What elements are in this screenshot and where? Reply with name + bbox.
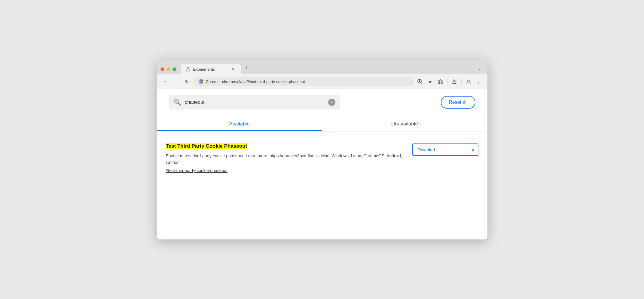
nav-icons: ★ [415,77,483,86]
address-url: chrome://flags/#test-third-party-cookie-… [222,79,408,84]
tab-close-button[interactable]: × [230,66,236,72]
svg-point-16 [468,80,469,82]
flag-select-container: Disabled ∨ [412,143,478,156]
new-tab-button[interactable]: + [243,63,251,74]
profile-button[interactable] [464,77,473,86]
search-clear-button[interactable]: × [328,99,335,106]
chrome-label: Chrome [206,79,220,84]
flag-title: Test Third Party Cookie Phaseout [166,143,247,149]
tabs-container: Available Unavailable [157,116,487,131]
flag-select-button[interactable]: Disabled [412,143,478,156]
menu-button[interactable]: ⋮ [474,77,483,86]
extensions-button[interactable] [436,77,445,86]
flag-link[interactable]: #test-third-party-cookie-phaseout [166,168,406,173]
nav-divider [447,79,447,85]
nav-bar: ← → ↻ [157,74,487,89]
flag-info: Test Third Party Cookie Phaseout Enable … [166,142,406,173]
close-button[interactable] [160,67,164,71]
active-tab[interactable]: Experiments × [181,64,241,74]
reset-all-button[interactable]: Reset all [441,96,475,109]
bookmark-button[interactable]: ★ [426,77,435,86]
flag-item: Test Third Party Cookie Phaseout Enable … [166,137,478,178]
svg-rect-13 [441,82,442,84]
nav-divider-2 [461,79,462,85]
svg-point-5 [200,81,201,82]
browser-window: Experiments × + ⌄ ← → ↻ [157,60,487,239]
experiments-nav-button[interactable] [450,77,459,86]
experiments-icon [185,66,191,72]
tab-title: Experiments [193,67,228,72]
tab-available[interactable]: Available [157,116,322,131]
window-controls [160,67,179,74]
reload-button[interactable]: ↻ [183,77,191,86]
flag-description: Enable to test third-party cookie phaseo… [166,153,406,166]
zoom-button[interactable] [415,77,424,86]
maximize-button[interactable] [172,67,176,71]
search-box: 🔍 × [169,95,340,109]
svg-line-7 [421,83,422,84]
search-icon: 🔍 [174,99,181,106]
minimize-button[interactable] [166,67,170,71]
search-input[interactable] [185,100,325,105]
svg-point-14 [440,79,441,80]
flags-list: Test Third Party Cookie Phaseout Enable … [166,131,478,184]
title-bar: Experiments × + ⌄ [157,60,487,74]
flag-select-wrapper: Disabled ∨ [412,143,478,156]
search-container: 🔍 × Reset all [166,95,478,109]
chrome-icon [198,79,203,84]
content-area: 🔍 × Reset all Available Unavailable Test… [157,89,487,239]
tab-unavailable[interactable]: Unavailable [322,116,487,131]
tab-overflow-button[interactable]: ⌄ [476,64,484,73]
forward-button[interactable]: → [172,77,180,86]
back-button[interactable]: ← [161,77,169,86]
svg-rect-12 [438,82,440,84]
address-bar[interactable]: Chrome chrome://flags/#test-third-party-… [194,77,413,86]
